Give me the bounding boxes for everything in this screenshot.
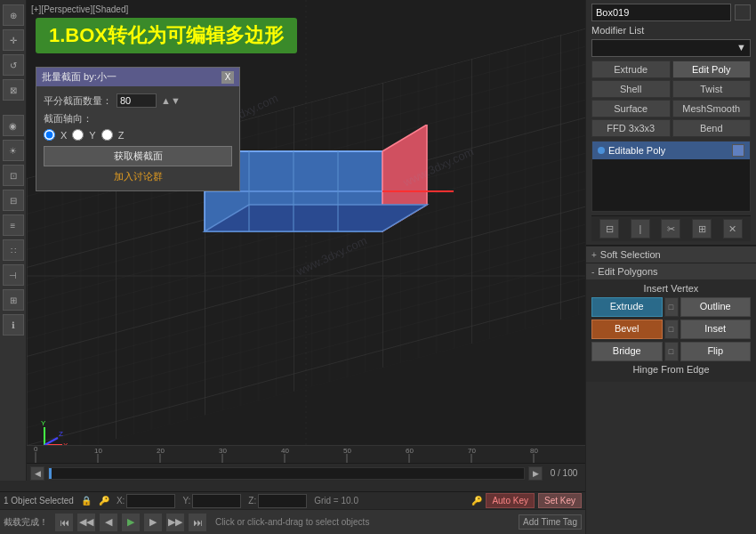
setkey-button[interactable]: Set Key (538, 493, 582, 508)
play-btn[interactable]: ▶ (121, 513, 141, 532)
object-color-box[interactable] (735, 4, 751, 20)
x-input[interactable] (126, 494, 175, 508)
play-to-start-btn[interactable]: ⏮ (54, 513, 74, 532)
prev-frame-btn[interactable]: ◀◀ (76, 513, 96, 532)
right-panel: Modifier List ▼ Extrude Edit Poly Shell … (585, 0, 756, 534)
tool-snap[interactable]: ⊡ (3, 165, 24, 186)
stack-item-dot (598, 147, 605, 154)
stack-move-btn[interactable]: | (631, 219, 650, 239)
edit-poly-section: Insert Vertex Extrude □ Outline Bevel □ … (586, 279, 756, 382)
tool-select[interactable]: ⊕ (3, 4, 24, 26)
axis-y-radio[interactable] (72, 129, 84, 141)
mod-btn-meshsmooth[interactable]: MeshSmooth (672, 100, 752, 117)
selection-info: 1 Object Selected (4, 496, 74, 506)
mod-btn-surface[interactable]: Surface (591, 100, 671, 117)
add-time-tag-btn[interactable]: Add Time Tag (519, 514, 582, 530)
tool-array[interactable]: ⊞ (3, 289, 24, 311)
stack-paste-btn[interactable]: ⊞ (692, 219, 712, 239)
viewport-label: [+][Perspective][Shaded] (31, 4, 128, 14)
poly-btn-bridge-settings[interactable]: □ (664, 342, 679, 361)
stack-item-editable-poly[interactable]: Editable Poly (592, 142, 750, 159)
svg-text:20: 20 (157, 447, 165, 455)
poly-btn-extrude-settings[interactable]: □ (664, 297, 679, 317)
play-to-end-btn[interactable]: ⏭ (188, 513, 207, 532)
insert-vertex-label: Insert Vertex (644, 283, 699, 294)
y-label: Y: (182, 496, 190, 506)
slice-count-input[interactable] (117, 93, 157, 108)
viewport[interactable]: [+][Perspective][Shaded] 1.BOX转化为可编辑多边形 … (27, 0, 585, 481)
poly-btn-outline[interactable]: Outline (680, 297, 752, 317)
poly-btn-bevel[interactable]: Bevel (591, 320, 663, 339)
edit-polygons-header[interactable]: - Edit Polygons (586, 263, 756, 279)
key-icon: 🔑 (99, 496, 109, 506)
extrude-outline-row: Extrude □ Outline (591, 297, 751, 317)
svg-rect-19 (27, 445, 585, 463)
tool-layers[interactable]: ≡ (3, 214, 24, 236)
timeline-scroll-area[interactable]: ◀ ▶ 0 / 100 (27, 463, 585, 482)
hinge-from-edge-label: Hinge From Edge (632, 364, 709, 375)
mod-btn-edit-poly[interactable]: Edit Poly (672, 61, 752, 78)
timeline-next-btn[interactable]: ▶ (528, 466, 543, 481)
axis-z-label: Z (118, 130, 125, 141)
svg-text:70: 70 (468, 447, 476, 455)
mod-btn-extrude[interactable]: Extrude (591, 61, 671, 78)
join-group-link[interactable]: 加入讨论群 (44, 170, 232, 183)
step-back-btn[interactable]: ◀ (99, 513, 118, 532)
timeline-prev-btn[interactable]: ◀ (30, 466, 44, 481)
x-label: X: (117, 496, 125, 506)
tool-mirror[interactable]: ⊣ (3, 264, 24, 286)
svg-text:Y: Y (41, 419, 46, 427)
title-banner: 1.BOX转化为可编辑多边形 (36, 18, 297, 53)
dialog-title-bar[interactable]: 批量截面 by:小一 X (36, 68, 239, 86)
next-frame-btn[interactable]: ▶▶ (165, 513, 185, 532)
tool-light[interactable]: ☀ (3, 140, 24, 161)
get-section-button[interactable]: 获取横截面 (44, 146, 232, 166)
poly-btn-flip[interactable]: Flip (680, 342, 752, 361)
mod-btn-bend[interactable]: Bend (672, 119, 752, 137)
poly-btn-bevel-settings[interactable]: □ (664, 320, 679, 339)
modifier-dropdown-arrow: ▼ (736, 42, 746, 53)
poly-btn-inset[interactable]: Inset (680, 320, 752, 339)
modifier-dropdown[interactable]: ▼ (591, 39, 751, 57)
axis-label: 截面轴向： (44, 112, 232, 125)
tool-move[interactable]: ✛ (3, 29, 24, 51)
right-panel-top: Modifier List ▼ Extrude Edit Poly Shell … (586, 0, 756, 246)
mod-btn-twist[interactable]: Twist (672, 80, 752, 98)
tool-info[interactable]: ℹ (3, 314, 24, 336)
dialog-close-button[interactable]: X (221, 71, 234, 84)
completion-text: 截载完成！ (4, 516, 48, 529)
autokey-button[interactable]: Auto Key (486, 493, 535, 508)
timeline-track[interactable] (48, 467, 525, 480)
svg-line-15 (44, 438, 58, 445)
soft-selection-label: Soft Selection (600, 249, 661, 260)
soft-selection-toggle: + (591, 250, 597, 260)
soft-selection-header[interactable]: + Soft Selection (586, 246, 756, 263)
axis-z-radio[interactable] (101, 129, 113, 141)
object-name-input[interactable] (591, 4, 731, 21)
slice-count-spinner[interactable]: ▲▼ (161, 95, 181, 106)
svg-text:10: 10 (94, 447, 102, 455)
poly-btn-bridge[interactable]: Bridge (591, 342, 663, 361)
stack-pin-btn[interactable]: ⊟ (599, 219, 619, 239)
left-toolbar: ⊕ ✛ ↺ ⊠ ◉ ☀ ⊡ ⊟ ≡ ∷ ⊣ ⊞ ℹ (0, 0, 27, 481)
stack-item-label: Editable Poly (608, 145, 665, 156)
axis-x-label: X (60, 130, 67, 141)
poly-btn-extrude[interactable]: Extrude (591, 297, 663, 317)
y-input[interactable] (192, 494, 241, 508)
z-input[interactable] (258, 494, 307, 508)
dialog-title-text: 批量截面 by:小一 (42, 70, 117, 84)
tool-align[interactable]: ⊟ (3, 190, 24, 211)
tool-scale[interactable]: ⊠ (3, 79, 24, 101)
mod-btn-shell[interactable]: Shell (591, 80, 671, 98)
tool-camera[interactable]: ◉ (3, 115, 24, 136)
tool-rotate[interactable]: ↺ (3, 54, 24, 76)
stack-cut-btn[interactable]: ✂ (661, 219, 680, 239)
mod-btn-ffd[interactable]: FFD 3x3x3 (591, 119, 671, 137)
stack-delete-btn[interactable]: ✕ (723, 219, 743, 239)
timeline-counter: 0 / 100 (546, 468, 582, 478)
axis-x-radio[interactable] (44, 129, 55, 141)
ruler-bar: 0 10 20 30 40 50 60 70 80 (27, 445, 585, 463)
name-row (591, 4, 751, 21)
tool-ribbon[interactable]: ∷ (3, 239, 24, 261)
step-fwd-btn[interactable]: ▶ (143, 513, 163, 532)
